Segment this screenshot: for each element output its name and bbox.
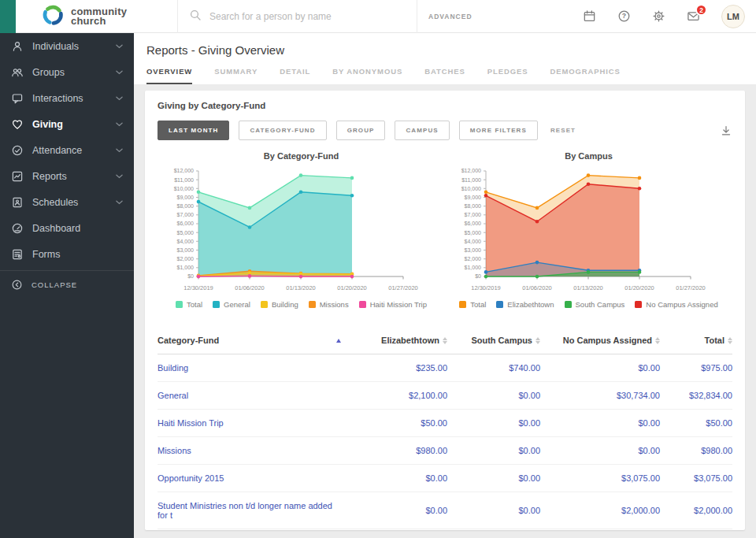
svg-text:$7,000: $7,000: [464, 212, 481, 217]
chevron-down-icon: [116, 148, 123, 153]
column-label: Category-Fund: [158, 336, 219, 345]
tab-batches[interactable]: BATCHES: [424, 67, 465, 84]
sidebar-item-dashboard[interactable]: Dashboard: [0, 215, 134, 241]
svg-text:$4,000: $4,000: [176, 239, 194, 244]
amount-cell: $32,834.00: [660, 391, 732, 400]
chevron-down-icon: [116, 174, 123, 179]
filter-campus-button[interactable]: CAMPUS: [395, 121, 449, 140]
filter-more-filters-button[interactable]: MORE FILTERS: [459, 121, 538, 140]
chart-plot: $0$1,000$2,000$3,000$4,000$5,000$6,000$7…: [159, 161, 444, 297]
search-icon: [189, 9, 202, 24]
amount-cell: $0.00: [447, 473, 540, 483]
tab-demographics[interactable]: DEMOGRAPHICS: [550, 67, 620, 84]
legend-item-elizabethtown[interactable]: Elizabethtown: [496, 300, 554, 309]
category-fund-link[interactable]: Building: [158, 363, 188, 373]
category-fund-link[interactable]: Haiti Mission Trip: [158, 418, 224, 428]
legend-item-missions[interactable]: Missions: [309, 300, 349, 309]
column-label: Elizabethtown: [381, 336, 439, 345]
sidebar-item-label: Interactions: [32, 93, 107, 104]
reset-filters-button[interactable]: RESET: [550, 127, 576, 134]
legend-label: General: [224, 300, 250, 309]
legend-item-total[interactable]: Total: [176, 300, 202, 309]
avatar[interactable]: LM: [721, 5, 745, 28]
legend-label: Missions: [320, 300, 349, 309]
category-fund-link[interactable]: Missions: [158, 446, 191, 455]
tab-by-anonymous[interactable]: BY ANONYMOUS: [332, 67, 402, 84]
column-header-no-campus-assigned[interactable]: No Campus Assigned: [563, 336, 660, 345]
filter-group-button[interactable]: GROUP: [336, 121, 386, 140]
tab-pledges[interactable]: PLEDGES: [487, 67, 528, 84]
sidebar-item-label: Schedules: [32, 197, 107, 208]
sidebar-item-label: Giving: [32, 119, 107, 130]
category-fund-link[interactable]: General: [158, 391, 188, 400]
category-fund-link[interactable]: Opportunity 2015: [158, 473, 224, 483]
sidebar-item-individuals[interactable]: Individuals: [0, 33, 134, 59]
legend-item-general[interactable]: General: [213, 300, 250, 309]
messages-icon[interactable]: 2: [687, 9, 700, 23]
advanced-search-button[interactable]: ADVANCED: [417, 13, 472, 20]
table-row: Building$235.00$740.00$0.00$975.00: [158, 354, 732, 382]
sidebar-item-forms[interactable]: Forms: [0, 241, 134, 267]
column-header-total[interactable]: Total: [705, 336, 732, 345]
chat-icon: [11, 92, 24, 105]
sidebar-item-schedules[interactable]: Schedules: [0, 189, 134, 215]
notification-badge: 2: [695, 4, 707, 16]
sort-asc-icon: [336, 339, 341, 343]
legend-item-no-campus-assigned[interactable]: No Campus Assigned: [635, 300, 717, 309]
column-header-south-campus[interactable]: South Campus: [471, 336, 540, 345]
svg-text:$7,000: $7,000: [176, 212, 194, 217]
calendar-icon[interactable]: [583, 9, 596, 23]
sidebar-item-attendance[interactable]: Attendance: [0, 137, 134, 163]
sidebar-item-label: Groups: [32, 67, 107, 78]
legend-label: Total: [470, 300, 486, 309]
tab-overview[interactable]: OVERVIEW: [146, 67, 192, 84]
collapse-label: COLLAPSE: [32, 280, 77, 289]
amount-cell: $0.00: [357, 473, 447, 483]
amount-cell: $0.00: [447, 506, 540, 515]
category-cell: Building: [158, 363, 357, 373]
filter-last-month-button[interactable]: LAST MONTH: [158, 121, 229, 140]
legend-swatch: [261, 301, 268, 308]
brand-accent-bar: [0, 0, 16, 33]
column-header-elizabethtown[interactable]: Elizabethtown: [381, 336, 447, 345]
tab-detail[interactable]: DETAIL: [280, 67, 310, 84]
filter-category-fund-button[interactable]: CATEGORY-FUND: [239, 121, 326, 140]
sort-toggle-icon: [728, 337, 732, 344]
sidebar-item-reports[interactable]: Reports: [0, 163, 134, 189]
download-icon[interactable]: [720, 124, 732, 137]
category-fund-link[interactable]: Student Ministries non t/d longer name a…: [158, 501, 341, 520]
sidebar-item-interactions[interactable]: Interactions: [0, 85, 134, 111]
sidebar-item-groups[interactable]: Groups: [0, 59, 134, 85]
legend-item-building[interactable]: Building: [261, 300, 298, 309]
chart-legend: TotalGeneralBuildingMissionsHaiti Missio…: [176, 300, 427, 309]
legend-item-total[interactable]: Total: [459, 300, 486, 309]
gauge-icon: [11, 222, 24, 235]
category-cell: Missions: [158, 446, 357, 455]
svg-text:$11,000: $11,000: [461, 177, 481, 183]
sidebar-collapse-button[interactable]: COLLAPSE: [0, 270, 134, 299]
help-icon[interactable]: ?: [617, 9, 631, 23]
svg-text:$8,000: $8,000: [176, 203, 194, 209]
amount-cell: $50.00: [357, 418, 447, 428]
settings-gear-icon[interactable]: [652, 9, 665, 23]
amount-cell: $0.00: [447, 446, 540, 455]
chevron-down-icon: [116, 96, 123, 101]
legend-item-south-campus[interactable]: South Campus: [565, 300, 625, 309]
table-row: Student Ministries non t/d longer name a…: [158, 492, 732, 529]
svg-text:12/30/2019: 12/30/2019: [183, 284, 213, 291]
svg-text:01/06/2020: 01/06/2020: [235, 284, 265, 291]
column-label: No Campus Assigned: [563, 336, 652, 345]
chart-by-category-fund: By Category-Fund$0$1,000$2,000$3,000$4,0…: [158, 151, 445, 309]
sidebar-item-giving[interactable]: Giving: [0, 111, 134, 137]
legend-swatch: [565, 301, 572, 308]
column-header-category-fund[interactable]: Category-Fund: [158, 336, 357, 345]
chart-legend: TotalElizabethtownSouth CampusNo Campus …: [459, 300, 717, 309]
legend-item-haiti-mission-trip[interactable]: Haiti Mission Trip: [359, 300, 427, 309]
search-area: [177, 0, 417, 33]
search-input[interactable]: [209, 11, 391, 22]
top-bar: community church ADVANCED ?: [0, 0, 756, 33]
tab-summary[interactable]: SUMMARY: [214, 67, 258, 84]
amount-cell: $2,100.00: [357, 391, 447, 400]
logo: community church: [16, 3, 177, 30]
tab-bar: OVERVIEWSUMMARYDETAILBY ANONYMOUSBATCHES…: [146, 67, 743, 84]
